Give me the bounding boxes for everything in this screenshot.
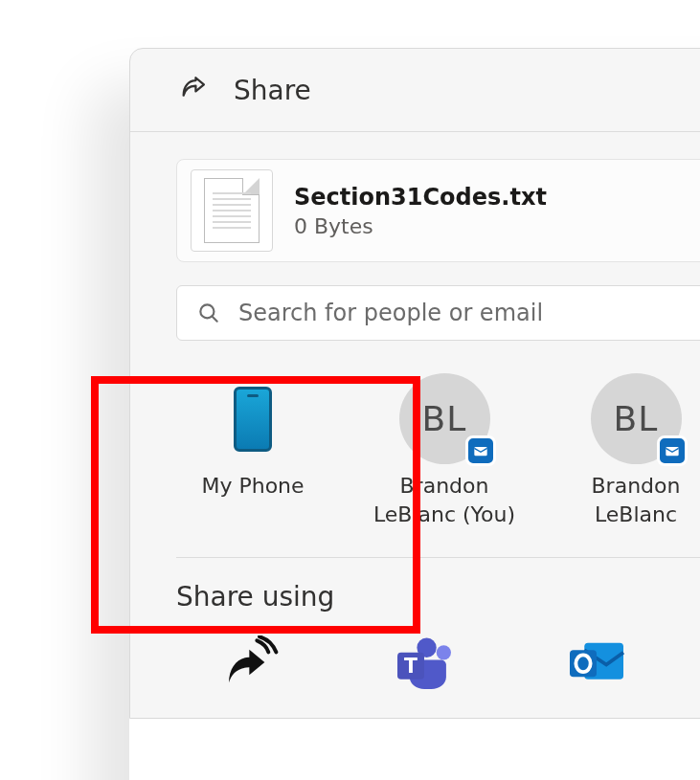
phone-icon	[208, 373, 299, 464]
avatar: BL	[399, 373, 490, 464]
share-apps: T	[176, 630, 700, 718]
avatar-initials: BL	[422, 399, 467, 438]
target-label: Brandon LeBlanc (You)	[368, 472, 521, 528]
svg-line-1	[212, 316, 216, 321]
search-input[interactable]	[238, 300, 700, 326]
target-my-phone[interactable]: My Phone	[176, 373, 329, 528]
svg-text:T: T	[404, 656, 418, 679]
dialog-header: Share	[130, 49, 700, 132]
target-person-2[interactable]: BL Brandon LeBlanc	[559, 373, 700, 528]
search-icon	[196, 301, 221, 325]
file-size: 0 Bytes	[294, 214, 547, 238]
search-row[interactable]	[176, 285, 700, 341]
app-outlook[interactable]	[544, 635, 649, 689]
target-label: My Phone	[201, 472, 304, 501]
outlook-icon	[566, 635, 627, 689]
target-label: Brandon LeBlanc	[559, 472, 700, 528]
target-person-you[interactable]: BL Brandon LeBlanc (You)	[368, 373, 521, 528]
teams-icon: T	[394, 635, 455, 689]
avatar: BL	[591, 373, 682, 464]
file-card[interactable]: Section31Codes.txt 0 Bytes	[176, 159, 700, 262]
outlook-badge-icon	[465, 435, 496, 466]
file-name: Section31Codes.txt	[294, 184, 547, 211]
app-nearby-sharing[interactable]	[199, 635, 305, 689]
file-meta: Section31Codes.txt 0 Bytes	[294, 184, 547, 238]
nearby-share-icon	[221, 635, 282, 689]
share-dialog: Share Section31Codes.txt 0 Bytes	[129, 48, 700, 719]
share-using-title: Share using	[176, 558, 700, 630]
svg-point-5	[437, 646, 451, 660]
file-type-icon	[191, 169, 273, 252]
dialog-title: Share	[234, 75, 311, 106]
dialog-body: Section31Codes.txt 0 Bytes My Phone	[130, 132, 700, 718]
outlook-badge-icon	[657, 435, 688, 466]
share-icon	[178, 74, 211, 106]
share-targets: My Phone BL Brandon LeBlanc (You) BL	[176, 341, 700, 558]
avatar-initials: BL	[614, 399, 659, 438]
app-teams[interactable]: T	[372, 635, 477, 689]
